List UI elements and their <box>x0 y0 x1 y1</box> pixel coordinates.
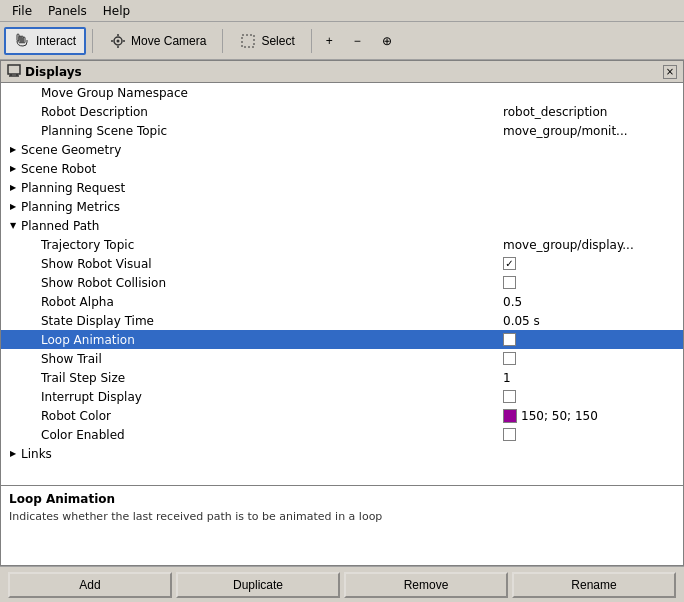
spacer-trail-step-size <box>25 370 41 386</box>
spacer-planning-scene-topic <box>25 123 41 139</box>
tree-row-state-display-time[interactable]: State Display Time0.05 s <box>1 311 683 330</box>
main-panel: Displays × Move Group NamespaceRobot Des… <box>0 60 684 602</box>
expand-arrow-planning-metrics[interactable] <box>5 199 21 215</box>
row-label-state-display-time: State Display Time <box>41 314 154 328</box>
panel-title-text: Displays <box>25 65 82 79</box>
row-label-trail-step-size: Trail Step Size <box>41 371 125 385</box>
remove-button[interactable]: Remove <box>344 572 508 598</box>
expand-arrow-scene-geometry[interactable] <box>5 142 21 158</box>
select-icon <box>239 32 257 50</box>
menu-file[interactable]: File <box>4 2 40 20</box>
row-value-robot-alpha: 0.5 <box>503 295 683 309</box>
row-label-show-trail: Show Trail <box>41 352 102 366</box>
tree-row-scene-robot[interactable]: Scene Robot <box>1 159 683 178</box>
spacer-show-robot-collision <box>25 275 41 291</box>
tree-row-show-robot-visual[interactable]: Show Robot Visual <box>1 254 683 273</box>
tree-row-robot-description[interactable]: Robot Descriptionrobot_description <box>1 102 683 121</box>
description-title: Loop Animation <box>9 492 675 506</box>
checkbox-show-robot-visual[interactable] <box>503 257 516 270</box>
menu-panels[interactable]: Panels <box>40 2 95 20</box>
tree-row-planning-scene-topic[interactable]: Planning Scene Topicmove_group/monit... <box>1 121 683 140</box>
svg-rect-3 <box>23 37 25 43</box>
tree-row-show-robot-collision[interactable]: Show Robot Collision <box>1 273 683 292</box>
checkbox-show-trail[interactable] <box>503 352 516 365</box>
tree-row-trajectory-topic[interactable]: Trajectory Topicmove_group/display... <box>1 235 683 254</box>
value-text-trail-step-size: 1 <box>503 371 511 385</box>
displays-panel: Displays × Move Group NamespaceRobot Des… <box>0 60 684 566</box>
interact-button[interactable]: Interact <box>4 27 86 55</box>
spacer-robot-description <box>25 104 41 120</box>
row-value-show-robot-collision[interactable] <box>503 276 683 289</box>
remove-tool-button[interactable]: − <box>346 29 370 53</box>
select-button[interactable]: Select <box>229 27 304 55</box>
description-area: Loop Animation Indicates whether the las… <box>0 486 684 566</box>
tree-row-planning-request[interactable]: Planning Request <box>1 178 683 197</box>
row-label-move-group-ns: Move Group Namespace <box>41 86 188 100</box>
color-swatch-robot-color <box>503 409 517 423</box>
checkbox-loop-animation[interactable] <box>503 333 516 346</box>
panel-close-button[interactable]: × <box>663 65 677 79</box>
spacer-robot-alpha <box>25 294 41 310</box>
row-value-trail-step-size: 1 <box>503 371 683 385</box>
row-value-color-enabled[interactable] <box>503 428 683 441</box>
menu-help[interactable]: Help <box>95 2 138 20</box>
row-value-show-robot-visual[interactable] <box>503 257 683 270</box>
toolbar-sep-1 <box>92 29 93 53</box>
row-label-scene-geometry: Scene Geometry <box>21 143 121 157</box>
panel-header: Displays × <box>0 60 684 82</box>
add-tool-button[interactable]: + <box>318 29 342 53</box>
tree-row-interrupt-display[interactable]: Interrupt Display <box>1 387 683 406</box>
value-text-robot-description: robot_description <box>503 105 607 119</box>
value-text-trajectory-topic: move_group/display... <box>503 238 634 252</box>
value-text-robot-alpha: 0.5 <box>503 295 522 309</box>
row-value-state-display-time: 0.05 s <box>503 314 683 328</box>
target-icon: ⊕ <box>382 34 392 48</box>
checkbox-color-enabled[interactable] <box>503 428 516 441</box>
duplicate-button[interactable]: Duplicate <box>176 572 340 598</box>
tree-row-scene-geometry[interactable]: Scene Geometry <box>1 140 683 159</box>
move-camera-button[interactable]: Move Camera <box>99 27 216 55</box>
tree-container[interactable]: Move Group NamespaceRobot Descriptionrob… <box>0 82 684 486</box>
row-label-loop-animation: Loop Animation <box>41 333 135 347</box>
toolbar-sep-3 <box>311 29 312 53</box>
description-text: Indicates whether the last received path… <box>9 510 675 523</box>
spacer-move-group-ns <box>25 85 41 101</box>
row-label-robot-description: Robot Description <box>41 105 148 119</box>
row-value-loop-animation[interactable] <box>503 333 683 346</box>
expand-arrow-planned-path[interactable] <box>5 218 21 234</box>
hand-icon <box>14 32 32 50</box>
row-value-interrupt-display[interactable] <box>503 390 683 403</box>
row-value-robot-color: 150; 50; 150 <box>503 409 683 423</box>
expand-arrow-scene-robot[interactable] <box>5 161 21 177</box>
rename-button[interactable]: Rename <box>512 572 676 598</box>
tree-row-trail-step-size[interactable]: Trail Step Size1 <box>1 368 683 387</box>
row-label-links: Links <box>21 447 52 461</box>
color-value-robot-color: 150; 50; 150 <box>521 409 598 423</box>
tree-row-robot-color[interactable]: Robot Color150; 50; 150 <box>1 406 683 425</box>
tree-row-robot-alpha[interactable]: Robot Alpha0.5 <box>1 292 683 311</box>
checkbox-interrupt-display[interactable] <box>503 390 516 403</box>
toolbar: Interact Move Camera Select + − ⊕ <box>0 22 684 60</box>
expand-arrow-links[interactable] <box>5 446 21 462</box>
row-value-show-trail[interactable] <box>503 352 683 365</box>
spacer-interrupt-display <box>25 389 41 405</box>
tree-row-color-enabled[interactable]: Color Enabled <box>1 425 683 444</box>
row-label-robot-color: Robot Color <box>41 409 111 423</box>
display-panel-icon <box>7 63 21 80</box>
target-tool-button[interactable]: ⊕ <box>374 29 400 53</box>
expand-arrow-planning-request[interactable] <box>5 180 21 196</box>
tree-row-planning-metrics[interactable]: Planning Metrics <box>1 197 683 216</box>
tree-row-links[interactable]: Links <box>1 444 683 463</box>
add-button[interactable]: Add <box>8 572 172 598</box>
checkbox-show-robot-collision[interactable] <box>503 276 516 289</box>
tree-row-planned-path[interactable]: Planned Path <box>1 216 683 235</box>
row-value-robot-description: robot_description <box>503 105 683 119</box>
svg-point-5 <box>117 39 120 42</box>
spacer-robot-color <box>25 408 41 424</box>
tree-row-show-trail[interactable]: Show Trail <box>1 349 683 368</box>
spacer-show-robot-visual <box>25 256 41 272</box>
tree-row-move-group-ns[interactable]: Move Group Namespace <box>1 83 683 102</box>
row-label-show-robot-visual: Show Robot Visual <box>41 257 152 271</box>
tree-row-loop-animation[interactable]: Loop Animation <box>1 330 683 349</box>
panel-title: Displays <box>7 63 82 80</box>
